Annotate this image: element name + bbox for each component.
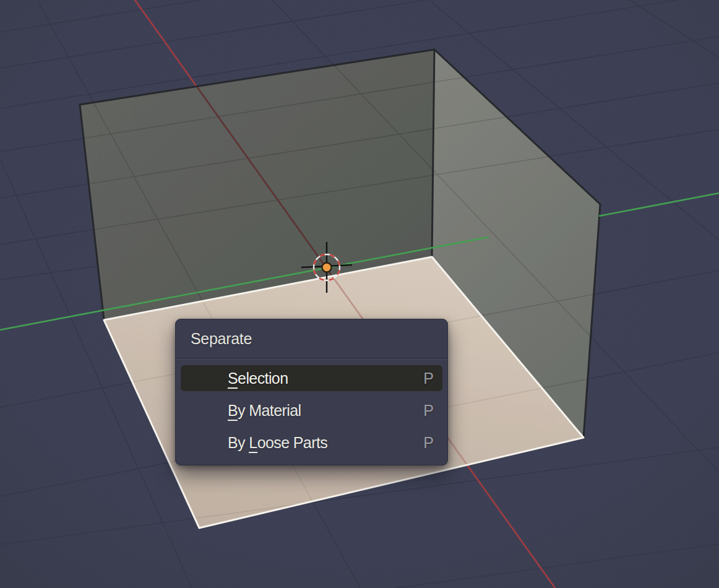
- menu-item-selection[interactable]: SelectionP: [181, 365, 442, 391]
- menu-item-label: By Material: [228, 402, 423, 420]
- blender-3d-viewport[interactable]: Separate SelectionPBy MaterialPBy Loose …: [0, 0, 719, 588]
- menu-item-by-loose-parts[interactable]: By Loose PartsP: [181, 430, 442, 456]
- menu-title: Separate: [176, 319, 447, 358]
- menu-item-label: Selection: [228, 370, 423, 387]
- menu-item-by-material[interactable]: By MaterialP: [181, 397, 442, 423]
- menu-item-label: By Loose Parts: [228, 434, 423, 452]
- menu-item-shortcut: P: [423, 370, 434, 387]
- menu-item-shortcut: P: [423, 402, 434, 420]
- menu-item-shortcut: P: [423, 434, 434, 452]
- separate-context-menu: Separate SelectionPBy MaterialPBy Loose …: [175, 319, 448, 465]
- viewport-scene[interactable]: [0, 0, 719, 588]
- object-origin-dot: [322, 263, 332, 272]
- menu-item-list: SelectionPBy MaterialPBy Loose PartsP: [176, 360, 447, 456]
